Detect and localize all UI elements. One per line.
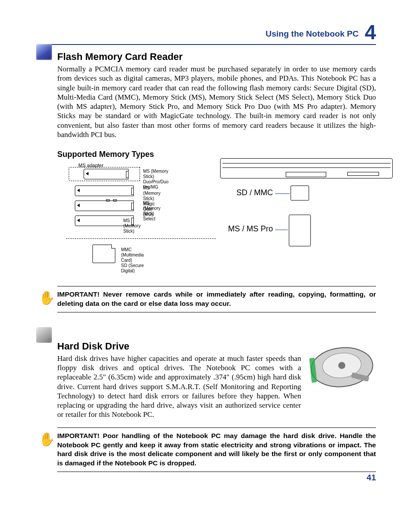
hdd-icon [36,327,52,343]
card-row-select: MS (Memory Stick) Select [75,201,141,212]
card-row-ms: MS (Memory Stick) [75,215,141,227]
flash-card-icon [36,44,52,60]
diagram-divider [66,238,216,239]
memory-types-diagram: MS adapter MS (Memory Stick) Duo/Pro/Duo… [57,163,376,277]
note1-label: IMPORTANT! [57,290,99,298]
section-flash-title: Flash Memory Card Reader [57,51,376,63]
important-note-hdd: ✋ IMPORTANT! Poor handling of the Notebo… [57,427,376,472]
subsection-supported-title: Supported Memory Types [57,150,376,159]
page-header: Using the Notebook PC 4 [44,22,376,45]
card-row-mmc: MMC (Multimedia Card) SD (Secure Digital… [92,245,115,263]
note2-text: Poor handling of the Notebook PC may dam… [57,432,376,467]
notebook-side-diagram: SD / MMC MS / MS Pro [220,158,392,178]
card-label-mmc: MMC (Multimedia Card) SD (Secure Digital… [121,247,144,274]
label-ms-pro: MS / MS Pro [225,224,273,234]
note1-text: Never remove cards while or immediately … [57,290,376,307]
section-flash-body: Normally a PCMCIA memory card reader mus… [57,64,376,139]
card-row-duo: MS (Memory Stick) Duo/Pro/Duo Pro/MG [75,169,141,180]
hdd-photo [305,338,381,398]
section-hdd-body: Hard disk drives have higher capacities … [57,354,301,420]
chapter-number: 4 [365,21,376,44]
label-sd-mmc: SD / MMC [225,188,273,197]
page-number: 41 [367,473,376,483]
card-label-select: MS (Memory Stick) Select [143,201,160,222]
important-note-cards: ✋ IMPORTANT! Never remove cards while or… [57,286,376,312]
hand-stop-icon: ✋ [39,290,55,305]
hand-stop-icon: ✋ [39,431,55,447]
card-label-ms: MS (Memory Stick) [123,218,141,234]
card-row-mg: MS (Memory Stick) Magic Gate (MG) [75,186,141,197]
header-title: Using the Notebook PC [265,29,358,38]
note2-label: IMPORTANT! [57,432,99,439]
